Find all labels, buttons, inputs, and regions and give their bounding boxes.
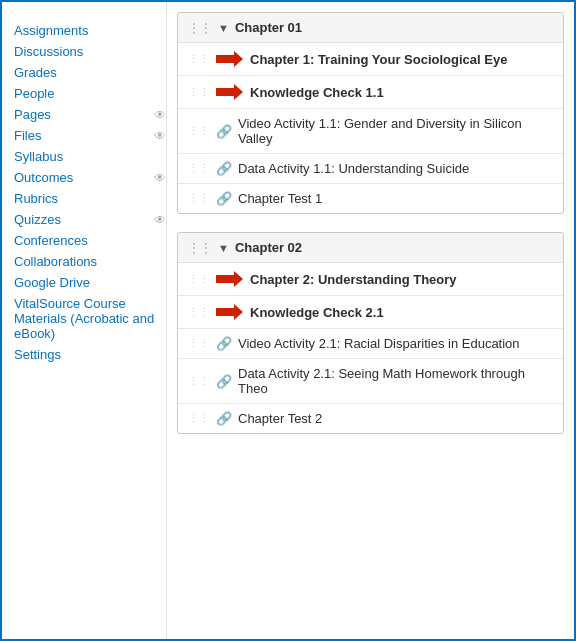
sidebar-item-rubrics[interactable]: Rubrics [14,188,166,209]
item-drag-handle-icon[interactable]: ⋮⋮ [188,337,210,350]
eye-icon: 👁 [154,171,166,185]
sidebar-item-pages[interactable]: Pages👁 [14,104,166,125]
sidebar: AssignmentsDiscussionsGradesPeoplePages👁… [2,2,167,639]
link-icon: 🔗 [216,191,232,206]
eye-icon: 👁 [154,129,166,143]
red-arrow-icon [216,303,244,321]
sidebar-link-0[interactable]: Assignments [14,23,88,38]
sidebar-item-google-drive[interactable]: Google Drive [14,272,166,293]
sidebar-link-6[interactable]: Syllabus [14,149,63,164]
module-item: ⋮⋮🔗Data Activity 1.1: Understanding Suic… [178,154,563,184]
item-title[interactable]: Knowledge Check 2.1 [250,305,553,320]
sidebar-item-quizzes[interactable]: Quizzes👁 [14,209,166,230]
item-drag-handle-icon[interactable]: ⋮⋮ [188,412,210,425]
sidebar-link-10[interactable]: Conferences [14,233,88,248]
link-icon: 🔗 [216,161,232,176]
sidebar-link-7[interactable]: Outcomes [14,170,73,185]
sidebar-item-collaborations[interactable]: Collaborations [14,251,166,272]
eye-icon: 👁 [154,108,166,122]
link-icon: 🔗 [216,411,232,426]
module-item: ⋮⋮ Chapter 2: Understanding Theory [178,263,563,296]
module-item: ⋮⋮🔗Video Activity 1.1: Gender and Divers… [178,109,563,154]
svg-marker-3 [216,304,243,320]
item-title[interactable]: Chapter Test 1 [238,191,553,206]
module-box-0: ⋮⋮▼Chapter 01⋮⋮ Chapter 1: Training Your… [177,12,564,214]
module-box-1: ⋮⋮▼Chapter 02⋮⋮ Chapter 2: Understanding… [177,232,564,434]
sidebar-item-settings[interactable]: Settings [14,344,166,365]
module-title: Chapter 02 [235,240,302,255]
sidebar-link-2[interactable]: Grades [14,65,57,80]
sidebar-item-vitalsource-course-materials-acrobatic-and-ebook[interactable]: VitalSource Course Materials (Acrobatic … [14,293,166,344]
link-icon: 🔗 [216,124,232,139]
item-drag-handle-icon[interactable]: ⋮⋮ [188,273,210,286]
item-title[interactable]: Data Activity 2.1: Seeing Math Homework … [238,366,553,396]
svg-marker-2 [216,271,243,287]
sidebar-link-11[interactable]: Collaborations [14,254,97,269]
item-title[interactable]: Data Activity 1.1: Understanding Suicide [238,161,553,176]
sidebar-link-14[interactable]: Settings [14,347,61,362]
sidebar-item-outcomes[interactable]: Outcomes👁 [14,167,166,188]
sidebar-link-12[interactable]: Google Drive [14,275,90,290]
sidebar-link-13[interactable]: VitalSource Course Materials (Acrobatic … [14,296,166,341]
sidebar-item-people[interactable]: People [14,83,166,104]
item-drag-handle-icon[interactable]: ⋮⋮ [188,192,210,205]
item-drag-handle-icon[interactable]: ⋮⋮ [188,375,210,388]
sidebar-link-8[interactable]: Rubrics [14,191,58,206]
module-item: ⋮⋮🔗Chapter Test 2 [178,404,563,433]
chevron-down-icon[interactable]: ▼ [218,242,229,254]
module-item: ⋮⋮ Knowledge Check 2.1 [178,296,563,329]
sidebar-link-5[interactable]: Files [14,128,41,143]
sidebar-link-3[interactable]: People [14,86,54,101]
red-arrow-icon [216,83,244,101]
sidebar-item-discussions[interactable]: Discussions [14,41,166,62]
sidebar-item-conferences[interactable]: Conferences [14,230,166,251]
sidebar-link-9[interactable]: Quizzes [14,212,61,227]
module-item: ⋮⋮🔗Data Activity 2.1: Seeing Math Homewo… [178,359,563,404]
chevron-down-icon[interactable]: ▼ [218,22,229,34]
drag-handle-icon[interactable]: ⋮⋮ [188,21,212,35]
item-drag-handle-icon[interactable]: ⋮⋮ [188,306,210,319]
module-title: Chapter 01 [235,20,302,35]
item-title[interactable]: Video Activity 2.1: Racial Disparities i… [238,336,553,351]
red-arrow-icon [216,270,244,288]
link-icon: 🔗 [216,336,232,351]
item-title[interactable]: Chapter Test 2 [238,411,553,426]
svg-marker-1 [216,84,243,100]
module-header-1: ⋮⋮▼Chapter 02 [178,233,563,263]
sidebar-item-assignments[interactable]: Assignments [14,20,166,41]
link-icon: 🔗 [216,374,232,389]
module-header-0: ⋮⋮▼Chapter 01 [178,13,563,43]
svg-marker-0 [216,51,243,67]
item-title[interactable]: Video Activity 1.1: Gender and Diversity… [238,116,553,146]
item-title[interactable]: Knowledge Check 1.1 [250,85,553,100]
item-drag-handle-icon[interactable]: ⋮⋮ [188,125,210,138]
eye-icon: 👁 [154,213,166,227]
item-title[interactable]: Chapter 1: Training Your Sociological Ey… [250,52,553,67]
item-drag-handle-icon[interactable]: ⋮⋮ [188,86,210,99]
item-drag-handle-icon[interactable]: ⋮⋮ [188,162,210,175]
red-arrow-icon [216,50,244,68]
module-item: ⋮⋮🔗Video Activity 2.1: Racial Disparitie… [178,329,563,359]
module-item: ⋮⋮ Chapter 1: Training Your Sociological… [178,43,563,76]
sidebar-item-syllabus[interactable]: Syllabus [14,146,166,167]
sidebar-link-4[interactable]: Pages [14,107,51,122]
item-title[interactable]: Chapter 2: Understanding Theory [250,272,553,287]
sidebar-item-files[interactable]: Files👁 [14,125,166,146]
item-drag-handle-icon[interactable]: ⋮⋮ [188,53,210,66]
main-content: ⋮⋮▼Chapter 01⋮⋮ Chapter 1: Training Your… [167,2,574,639]
module-item: ⋮⋮ Knowledge Check 1.1 [178,76,563,109]
module-item: ⋮⋮🔗Chapter Test 1 [178,184,563,213]
sidebar-link-1[interactable]: Discussions [14,44,83,59]
drag-handle-icon[interactable]: ⋮⋮ [188,241,212,255]
sidebar-item-grades[interactable]: Grades [14,62,166,83]
